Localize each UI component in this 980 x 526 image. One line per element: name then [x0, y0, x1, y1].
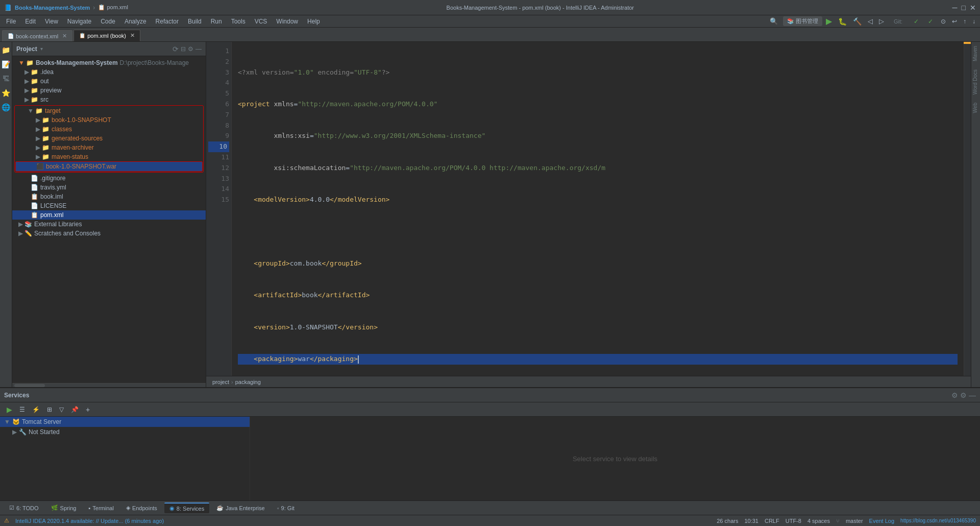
- menu-build[interactable]: Build: [184, 17, 206, 26]
- not-started-item[interactable]: ▶ 🔧 Not Started: [0, 427, 250, 437]
- tab-pom[interactable]: 📋 pom.xml (book) ✕: [74, 30, 140, 41]
- tree-target[interactable]: ▼ 📁 target: [15, 106, 203, 115]
- services-add-btn[interactable]: +: [83, 404, 92, 415]
- menu-help[interactable]: Help: [303, 17, 324, 26]
- tab-todo[interactable]: ☑ 6: TODO: [4, 503, 44, 513]
- tree-scratches[interactable]: ▶ ✏️ Scratches and Consoles: [12, 229, 206, 238]
- travis-icon: 📄: [31, 184, 38, 191]
- tab-git[interactable]: ◦ 9: Git: [272, 504, 300, 513]
- tree-pom-xml[interactable]: 📋 pom.xml: [12, 210, 206, 220]
- services-pin-btn[interactable]: 📌: [68, 404, 81, 415]
- project-collapse-btn[interactable]: ⊟: [181, 45, 186, 53]
- services-filter2-btn[interactable]: ▽: [57, 404, 66, 415]
- tree-root-path: D:\project\Books-Manage: [120, 59, 189, 66]
- tree-generated-sources[interactable]: ▶ 📁 generated-sources: [15, 134, 203, 143]
- menu-vcs[interactable]: VCS: [251, 17, 272, 26]
- menu-tools[interactable]: Tools: [227, 17, 250, 26]
- forward-btn[interactable]: ▷: [876, 16, 887, 27]
- tab-services[interactable]: ◉ 8: Services: [164, 503, 209, 513]
- project-hide-btn[interactable]: —: [195, 45, 202, 53]
- tree-war-file[interactable]: ⬛ book-1.0-SNAPSHOT.war: [15, 161, 203, 172]
- back-btn[interactable]: ◁: [865, 16, 875, 27]
- services-list-btn[interactable]: ☰: [17, 404, 28, 415]
- menu-window[interactable]: Window: [272, 17, 302, 26]
- project-settings-btn[interactable]: ⚙: [188, 45, 193, 53]
- folder-icon: 📁: [31, 68, 38, 76]
- tab-book-context[interactable]: 📄 book-context.xml ✕: [2, 30, 72, 41]
- menu-file[interactable]: File: [2, 17, 20, 26]
- menu-analyze[interactable]: Analyze: [120, 17, 151, 26]
- status-line-ending[interactable]: CRLF: [765, 518, 779, 524]
- close-btn[interactable]: ✕: [970, 4, 976, 12]
- sidebar-structure-icon[interactable]: 🏗: [1, 73, 12, 85]
- sidebar-favorites-icon[interactable]: ⭐: [0, 87, 12, 99]
- tree-gitignore[interactable]: 📄 .gitignore: [12, 174, 206, 183]
- debug-btn[interactable]: 🐛: [836, 16, 849, 27]
- tree-snapshot-folder[interactable]: ▶ 📁 book-1.0-SNAPSHOT: [15, 115, 203, 125]
- tab-close-book-context[interactable]: ✕: [62, 33, 67, 39]
- status-encoding[interactable]: UTF-8: [786, 518, 801, 524]
- status-update-message[interactable]: IntelliJ IDEA 2020.1.4 available: // Upd…: [15, 518, 164, 524]
- git-fetch-btn[interactable]: ↓: [970, 16, 978, 27]
- menu-navigate[interactable]: Navigate: [63, 17, 95, 26]
- tree-maven-archiver[interactable]: ▶ 📁 maven-archiver: [15, 143, 203, 152]
- tomcat-server-item[interactable]: ▼ 🐱 Tomcat Server: [0, 417, 250, 427]
- services-group-btn[interactable]: ⊞: [44, 404, 55, 415]
- services-hide-btn[interactable]: —: [969, 391, 976, 399]
- tree-classes[interactable]: ▶ 📁 classes: [15, 125, 203, 134]
- menu-code[interactable]: Code: [96, 17, 119, 26]
- services-filter-btn[interactable]: ⚡: [30, 404, 42, 415]
- menu-run[interactable]: Run: [207, 17, 226, 26]
- maximize-btn[interactable]: □: [962, 4, 966, 12]
- menu-refactor[interactable]: Refactor: [152, 17, 183, 26]
- git-manager-btn[interactable]: 📚 图书管理: [783, 16, 822, 26]
- tree-root[interactable]: ▼ 📁 Books-Management-System D:\project\B…: [12, 58, 206, 67]
- tree-src[interactable]: ▶ 📁 src: [12, 95, 206, 104]
- breadcrumb-file: 📋 pom.xml: [98, 4, 128, 11]
- tree-external-libs[interactable]: ▶ 📚 External Libraries: [12, 220, 206, 229]
- search-everywhere[interactable]: 🔍: [766, 16, 782, 26]
- csdn-link[interactable]: https://blog.csdn.net/u013465390: [900, 518, 976, 523]
- gitignore-icon: 📄: [31, 175, 38, 182]
- status-indent[interactable]: 4 spaces: [807, 518, 830, 524]
- git-history-btn[interactable]: ⊙: [938, 16, 948, 27]
- tab-terminal[interactable]: ▪ Terminal: [83, 504, 118, 513]
- menu-edit[interactable]: Edit: [21, 17, 40, 26]
- tree-preview[interactable]: ▶ 📁 preview: [12, 86, 206, 95]
- build-btn[interactable]: 🔨: [850, 16, 864, 27]
- folder-icon: 📁: [31, 87, 38, 94]
- menu-view[interactable]: View: [41, 17, 62, 26]
- sidebar-commit-icon[interactable]: 📝: [0, 58, 12, 70]
- chevron-down-icon[interactable]: ▾: [40, 46, 43, 52]
- tab-java-enterprise[interactable]: ☕ Java Enterprise: [211, 503, 270, 513]
- tab-endpoints[interactable]: ◈ Endpoints: [121, 503, 162, 513]
- code-editor[interactable]: <?xml version="1.0" encoding="UTF-8"?> <…: [232, 42, 964, 376]
- tab-spring[interactable]: 🌿 Spring: [46, 503, 82, 513]
- tree-book-iml[interactable]: 📋 book.iml: [12, 192, 206, 201]
- git-push-btn[interactable]: ↑: [961, 16, 969, 27]
- minimize-btn[interactable]: ─: [952, 4, 958, 12]
- maven-label[interactable]: Maven: [971, 42, 980, 65]
- git-revert-btn[interactable]: ↩: [949, 16, 960, 27]
- sidebar-web-icon[interactable]: 🌐: [0, 101, 12, 113]
- event-log-link[interactable]: Event Log: [869, 518, 895, 524]
- tree-out[interactable]: ▶ 📁 out: [12, 77, 206, 86]
- tree-maven-status[interactable]: ▶ 📁 maven-status: [15, 152, 203, 161]
- tree-idea[interactable]: ▶ 📁 .idea: [12, 67, 206, 77]
- java-enterprise-icon: ☕: [216, 505, 224, 511]
- window-controls[interactable]: ─ □ ✕: [952, 4, 976, 12]
- tree-license[interactable]: 📄 LICENSE: [12, 201, 206, 210]
- services-gear-btn[interactable]: ⚙: [960, 391, 967, 399]
- sidebar-project-icon[interactable]: 📁: [0, 44, 12, 56]
- web-label[interactable]: Web: [971, 99, 980, 117]
- expand-icon: ▶: [36, 126, 40, 133]
- word-docs-label[interactable]: Word Docs: [971, 65, 980, 99]
- tree-travis[interactable]: 📄 travis.yml: [12, 183, 206, 192]
- services-run-btn[interactable]: ▶: [4, 404, 15, 415]
- project-sync-btn[interactable]: ⟳: [173, 45, 179, 53]
- breadcrumb-arrow: ›: [231, 379, 233, 385]
- services-settings-btn[interactable]: ⚙: [951, 391, 958, 399]
- breadcrumb-project-part: project: [212, 379, 229, 385]
- run-btn[interactable]: ▶: [823, 15, 835, 28]
- tab-close-pom[interactable]: ✕: [130, 32, 135, 39]
